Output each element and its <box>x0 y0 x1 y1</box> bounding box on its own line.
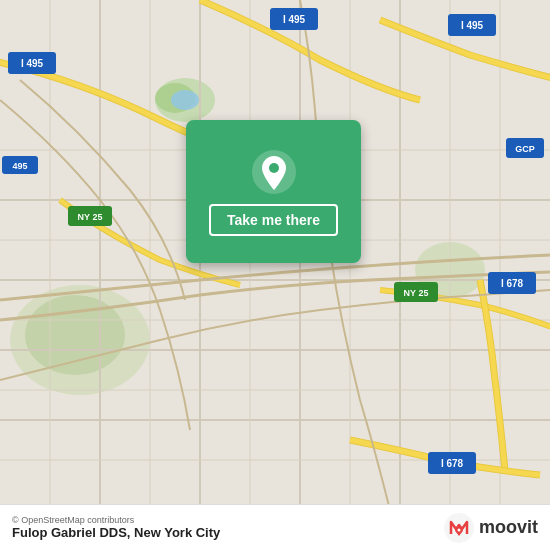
svg-point-45 <box>269 163 279 173</box>
svg-point-6 <box>171 90 199 110</box>
moovit-brand-icon <box>443 512 475 544</box>
svg-text:I 495: I 495 <box>461 20 484 31</box>
bottom-bar: © OpenStreetMap contributors Fulop Gabri… <box>0 504 550 550</box>
location-name: Fulop Gabriel DDS, New York City <box>12 525 220 540</box>
moovit-label: moovit <box>479 517 538 538</box>
bottom-left-info: © OpenStreetMap contributors Fulop Gabri… <box>12 515 220 540</box>
osm-credit: © OpenStreetMap contributors <box>12 515 220 525</box>
svg-text:I 495: I 495 <box>21 58 44 69</box>
moovit-logo: moovit <box>443 512 538 544</box>
take-me-there-button[interactable]: Take me there <box>209 204 338 236</box>
location-pin-icon <box>250 148 298 196</box>
svg-point-47 <box>457 528 460 531</box>
svg-text:I 678: I 678 <box>441 458 464 469</box>
svg-text:I 495: I 495 <box>283 14 306 25</box>
map-container[interactable]: I 495 I 495 I 495 NY 25 NY 25 GCP I 678 … <box>0 0 550 550</box>
location-card[interactable]: Take me there <box>186 120 361 263</box>
svg-text:NY 25: NY 25 <box>404 288 429 298</box>
svg-text:GCP: GCP <box>515 144 535 154</box>
svg-text:NY 25: NY 25 <box>78 212 103 222</box>
map-background: I 495 I 495 I 495 NY 25 NY 25 GCP I 678 … <box>0 0 550 550</box>
svg-text:I 678: I 678 <box>501 278 524 289</box>
svg-text:495: 495 <box>12 161 27 171</box>
